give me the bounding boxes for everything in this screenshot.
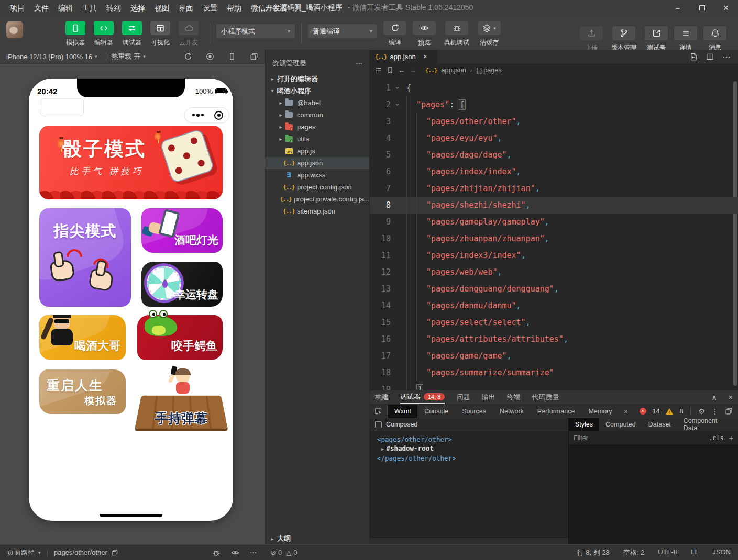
fold-icon[interactable]: › <box>393 96 402 113</box>
code-line-4[interactable]: 4"pages/eyu/eyu", <box>370 130 738 147</box>
upload-button[interactable] <box>580 26 603 40</box>
wxml-shadow-root[interactable]: ▶#shadow-root <box>377 444 568 454</box>
panel-tab-终端[interactable]: 终端 <box>506 390 520 404</box>
fold-icon[interactable]: › <box>393 80 402 96</box>
devtool-tab-Performance[interactable]: Performance <box>531 405 582 418</box>
breadcrumb-file[interactable]: app.json <box>442 66 466 74</box>
more-dots-icon[interactable]: ⋯ <box>722 52 731 62</box>
styles-tab-styles[interactable]: Styles <box>569 418 599 431</box>
messages-button[interactable] <box>703 26 726 40</box>
compile-mode-dropdown[interactable]: 普通编译 ▾ <box>308 24 377 38</box>
menu-item-工具[interactable]: 工具 <box>78 0 102 16</box>
kebab-menu-icon[interactable]: ⋮ <box>711 407 719 416</box>
style-filter-input[interactable]: Filter <box>574 434 703 442</box>
toolbar-editor[interactable]: 编辑器 <box>90 21 117 47</box>
open-editors-section[interactable]: ▸ 打开的编辑器 <box>265 73 369 85</box>
more-dots-icon[interactable]: ⋯ <box>250 548 257 557</box>
file-item-pages[interactable]: ▸epages <box>265 121 369 133</box>
panel-tab-构建[interactable]: 构建 <box>375 390 389 404</box>
devtool-tab-Network[interactable]: Network <box>493 405 531 418</box>
file-item-app.wxss[interactable]: ∃app.wxss <box>265 169 369 181</box>
code-line-11[interactable]: 11"pages/index3/index", <box>370 247 738 264</box>
toolbar-clear-cache[interactable]: ▾清缓存 <box>476 21 503 47</box>
code-line-18[interactable]: 18"pages/summarize/summarize" <box>370 364 738 381</box>
panel-tab-输出[interactable]: 输出 <box>481 390 495 404</box>
open-changes-icon[interactable] <box>690 53 698 61</box>
file-item-sitemap.json[interactable]: {..}sitemap.json <box>265 205 369 217</box>
toolbar-details[interactable]: 详情 <box>672 26 699 52</box>
tile-drinking-bro[interactable]: 喝酒大哥 <box>39 315 126 360</box>
minimize-button[interactable]: − <box>666 0 690 16</box>
code-line-10[interactable]: 10"pages/zhuanpan/zhuanpan", <box>370 230 738 247</box>
code-line-2[interactable]: 2›"pages": [ <box>370 96 738 113</box>
menu-item-设置[interactable]: 设置 <box>198 0 222 16</box>
toolbar-cloud-dev[interactable]: 云开发 <box>175 21 202 47</box>
status-item[interactable]: LF <box>691 548 699 557</box>
add-rule-button[interactable]: + <box>729 434 733 442</box>
code-line-6[interactable]: 6"pages/index/index", <box>370 163 738 180</box>
file-item-app.js[interactable]: JSapp.js <box>265 145 369 157</box>
code-line-14[interactable]: 14"pages/danmu/danmu", <box>370 297 738 314</box>
maximize-button[interactable] <box>690 0 714 16</box>
outline-section[interactable]: ▸ 大纲 <box>265 533 369 544</box>
forward-arrow-icon[interactable]: → <box>409 66 416 74</box>
toolbar-messages[interactable]: 消息 <box>701 26 729 52</box>
back-arrow-icon[interactable]: ← <box>398 66 405 74</box>
tile-lucky-wheel[interactable]: 幸运转盘 <box>141 262 223 307</box>
preview-button[interactable] <box>413 21 436 35</box>
code-line-9[interactable]: 9"pages/gameplay/gameplay", <box>370 214 738 230</box>
toolbar-test-account[interactable]: 测试号 <box>643 26 670 52</box>
devtool-tab-Wxml[interactable]: Wxml <box>388 405 417 418</box>
menu-item-界面[interactable]: 界面 <box>174 0 198 16</box>
copy-icon[interactable] <box>111 549 118 556</box>
project-section[interactable]: ▾ 喝酒小程序 <box>265 85 369 97</box>
code-line-15[interactable]: 15"pages/select/select", <box>370 314 738 331</box>
menu-item-转到[interactable]: 转到 <box>102 0 126 16</box>
device-frame-icon[interactable] <box>228 52 236 61</box>
toolbar-preview[interactable]: 预览 <box>411 21 438 47</box>
styles-tab-dataset[interactable]: Dataset <box>642 418 677 431</box>
tile-restart-life-simulator[interactable]: 重启人生 模拟器 <box>39 369 126 414</box>
refresh-icon[interactable] <box>184 52 192 61</box>
panel-tab-代码质量[interactable]: 代码质量 <box>532 390 559 404</box>
wxml-open-tag[interactable]: <pages/other/other> <box>377 435 568 444</box>
menu-item-项目[interactable]: 项目 <box>5 0 29 16</box>
more-dots-icon[interactable]: ⋯ <box>356 60 363 68</box>
simulator-button[interactable] <box>65 21 85 35</box>
test-account-button[interactable] <box>645 26 668 40</box>
composed-checkbox[interactable] <box>375 421 382 428</box>
menu-item-帮助[interactable]: 帮助 <box>222 0 246 16</box>
breadcrumb-node[interactable]: [ ] pages <box>476 66 501 74</box>
detach-window-icon[interactable] <box>250 52 258 61</box>
toolbar-remote-debug[interactable]: 真机调试 <box>440 21 473 47</box>
devtool-tab-Memory[interactable]: Memory <box>581 405 619 418</box>
banner-dice-mode[interactable]: 骰子模式 比手气 拼技巧 <box>39 126 223 199</box>
tab-app-json[interactable]: {..} app.json × <box>370 50 437 63</box>
cloud-dev-button[interactable] <box>179 21 199 35</box>
file-item-app.json[interactable]: {..}app.json <box>265 157 369 169</box>
user-avatar[interactable] <box>6 21 23 38</box>
problems-summary[interactable]: ⊘ 0 △ 0 <box>270 548 297 556</box>
device-selector[interactable]: iPhone 12/13 (Pro) 100% 16 <box>6 53 92 61</box>
devtool-tab-Console[interactable]: Console <box>417 405 455 418</box>
code-editor[interactable]: 1›{2›"pages": [3"pages/other/other",4"pa… <box>370 77 738 390</box>
editor-button[interactable] <box>94 21 114 35</box>
more-dots-icon[interactable] <box>192 114 204 117</box>
file-item-project.private.config.js...[interactable]: {..}project.private.config.js... <box>265 193 369 205</box>
file-item-project.config.json[interactable]: {..}project.config.json <box>265 181 369 193</box>
toolbar-upload[interactable]: 上传 <box>578 26 605 52</box>
miniprogram-capsule[interactable] <box>184 107 229 123</box>
toolbar-simulator[interactable]: 模拟器 <box>62 21 89 47</box>
toolbar-debugger[interactable]: 调试器 <box>118 21 146 47</box>
code-line-12[interactable]: 12"pages/web/web", <box>370 264 738 281</box>
exit-circle-icon[interactable] <box>214 111 223 120</box>
wxml-tree[interactable]: <pages/other/other> ▶#shadow-root </page… <box>370 431 568 463</box>
remote-debug-button[interactable] <box>445 21 468 35</box>
tile-biting-crocodile[interactable]: 咬手鳄鱼 <box>137 315 223 360</box>
styles-tab-computed[interactable]: Computed <box>599 418 642 431</box>
more-tabs-icon[interactable]: » <box>619 405 633 418</box>
page-path-label[interactable]: 页面路径 <box>7 548 35 557</box>
close-button[interactable]: × <box>714 0 738 16</box>
status-item[interactable]: UTF-8 <box>658 548 677 557</box>
close-icon[interactable]: × <box>423 52 427 61</box>
